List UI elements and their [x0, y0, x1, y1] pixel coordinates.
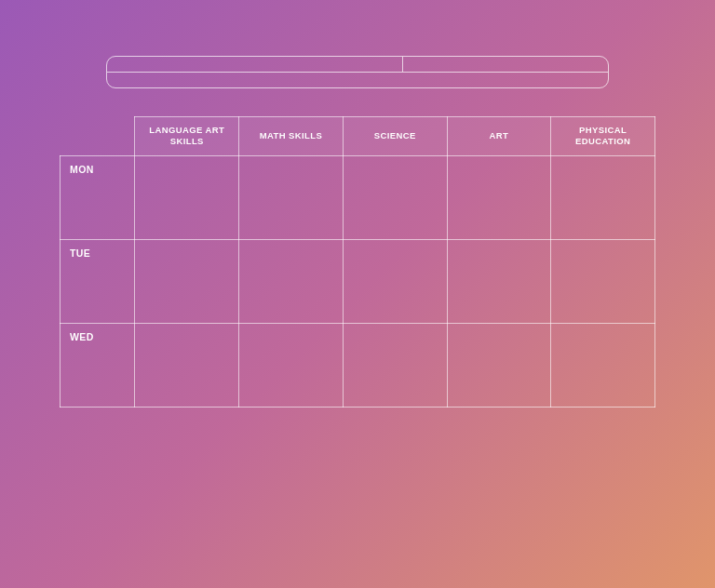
cell-tue-3[interactable]	[343, 239, 447, 323]
day-cell-wed: WED	[61, 323, 135, 407]
schedule-container: LANGUAGE ART SKILLSMATH SKILLSSCIENCEART…	[60, 116, 655, 408]
cell-mon-1[interactable]	[135, 155, 239, 239]
corner-cell	[61, 117, 135, 156]
week-row	[107, 72, 608, 87]
cell-mon-5[interactable]	[551, 155, 655, 239]
cell-tue-4[interactable]	[447, 239, 551, 323]
cell-wed-4[interactable]	[447, 323, 551, 407]
cell-wed-3[interactable]	[343, 323, 447, 407]
cell-mon-3[interactable]	[343, 155, 447, 239]
cell-tue-5[interactable]	[551, 239, 655, 323]
class-label	[403, 57, 608, 72]
table-row: TUE	[61, 239, 655, 323]
cell-tue-2[interactable]	[239, 239, 344, 323]
teacher-class-row	[107, 57, 608, 72]
cell-wed-1[interactable]	[135, 323, 239, 407]
col-header-language-art-skills: LANGUAGE ART SKILLS	[135, 117, 239, 156]
table-row: MON	[61, 155, 655, 239]
day-cell-mon: MON	[61, 155, 135, 239]
table-row: WED	[61, 323, 655, 407]
week-label	[107, 72, 608, 87]
teacher-label	[107, 57, 403, 72]
cell-mon-4[interactable]	[447, 155, 551, 239]
info-box	[106, 56, 609, 88]
cell-tue-1[interactable]	[135, 239, 239, 323]
col-header-physical-education: PHYSICAL EDUCATION	[551, 117, 655, 156]
header-row: LANGUAGE ART SKILLSMATH SKILLSSCIENCEART…	[61, 117, 655, 156]
schedule-table: LANGUAGE ART SKILLSMATH SKILLSSCIENCEART…	[60, 116, 655, 408]
cell-mon-2[interactable]	[239, 155, 344, 239]
col-header-art: ART	[447, 117, 551, 156]
col-header-science: SCIENCE	[343, 117, 447, 156]
cell-wed-2[interactable]	[239, 323, 344, 407]
cell-wed-5[interactable]	[551, 323, 655, 407]
day-cell-tue: TUE	[61, 239, 135, 323]
col-header-math-skills: MATH SKILLS	[239, 117, 344, 156]
